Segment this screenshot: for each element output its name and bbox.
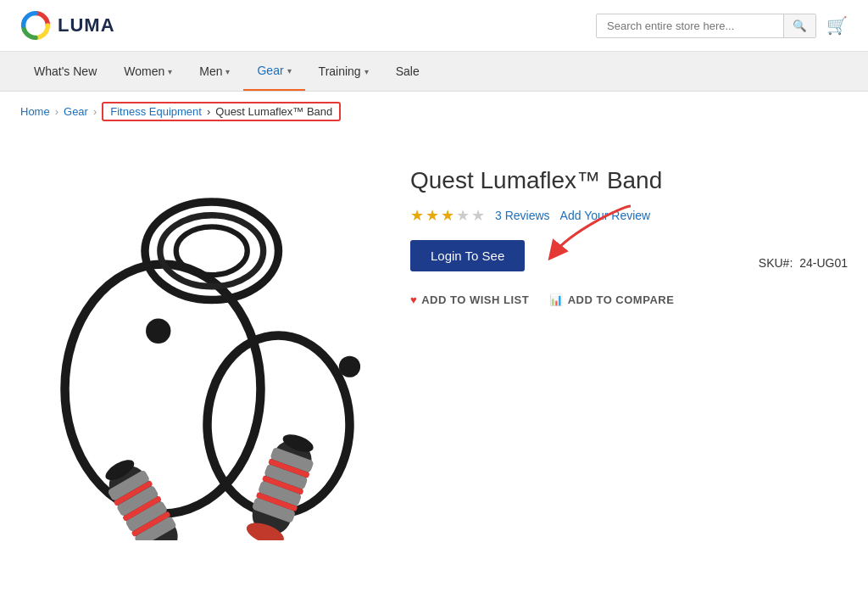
breadcrumb-home[interactable]: Home xyxy=(20,105,50,118)
product-image xyxy=(20,148,376,540)
svg-point-5 xyxy=(176,226,248,275)
chevron-down-icon: ▾ xyxy=(225,67,230,76)
svg-point-26 xyxy=(146,319,170,344)
chevron-down-icon: ▾ xyxy=(364,67,369,76)
luma-logo-icon xyxy=(20,10,51,41)
logo-text: LUMA xyxy=(58,14,115,36)
header: LUMA 🔍 🛒 xyxy=(0,0,868,52)
nav-item-sale[interactable]: Sale xyxy=(382,53,433,90)
star-rating: ★ ★ ★ ★ ★ xyxy=(410,206,485,225)
compare-label: ADD TO COMPARE xyxy=(568,293,675,306)
chevron-down-icon: ▾ xyxy=(287,66,292,75)
star-5: ★ xyxy=(471,206,485,225)
star-2: ★ xyxy=(426,206,439,225)
product-details: Quest Lumaflex™ Band ★ ★ ★ ★ ★ 3 Reviews… xyxy=(410,148,848,540)
reviews-link[interactable]: 3 Reviews xyxy=(495,209,550,222)
nav-item-whats-new[interactable]: What's New xyxy=(20,53,110,90)
chevron-down-icon: ▾ xyxy=(168,67,172,76)
chart-icon: 📊 xyxy=(549,293,564,306)
main-content: Quest Lumaflex™ Band ★ ★ ★ ★ ★ 3 Reviews… xyxy=(0,131,868,557)
cart-button[interactable]: 🛒 xyxy=(826,15,848,36)
search-button[interactable]: 🔍 xyxy=(783,14,815,37)
star-1: ★ xyxy=(410,206,424,225)
svg-point-27 xyxy=(339,356,360,377)
breadcrumb-current: Quest Lumaflex™ Band xyxy=(215,105,332,118)
nav-item-training[interactable]: Training ▾ xyxy=(305,53,382,90)
star-4: ★ xyxy=(456,206,470,225)
login-to-see-button[interactable]: Login To See xyxy=(410,240,525,271)
action-row: ♥ ADD TO WISH LIST 📊 ADD TO COMPARE xyxy=(410,293,848,306)
header-right: 🔍 🛒 xyxy=(596,14,848,38)
breadcrumb-gear[interactable]: Gear xyxy=(64,105,88,118)
logo-area: LUMA xyxy=(20,10,115,41)
search-icon: 🔍 xyxy=(793,20,807,32)
price-login-area: Login To See SKU#: 24-UG01 xyxy=(410,240,848,285)
breadcrumb: Home › Gear › Fitness Equipment › Quest … xyxy=(0,92,868,131)
sku-value: 24-UG01 xyxy=(799,256,848,270)
cart-icon: 🛒 xyxy=(826,16,848,35)
main-nav: What's New Women ▾ Men ▾ Gear ▾ Training… xyxy=(0,52,868,92)
nav-item-gear[interactable]: Gear ▾ xyxy=(243,52,304,91)
nav-item-women[interactable]: Women ▾ xyxy=(110,53,186,90)
sku-label: SKU#: xyxy=(759,256,793,270)
breadcrumb-separator: › xyxy=(93,105,97,118)
search-input[interactable] xyxy=(597,14,783,37)
add-review-link[interactable]: Add Your Review xyxy=(560,209,651,222)
product-image-area xyxy=(20,148,376,540)
breadcrumb-fitness-equipment[interactable]: Fitness Equipment xyxy=(110,105,202,118)
nav-item-men[interactable]: Men ▾ xyxy=(186,53,243,90)
breadcrumb-separator: › xyxy=(207,105,210,118)
add-to-compare-button[interactable]: 📊 ADD TO COMPARE xyxy=(549,293,674,306)
breadcrumb-highlight-box: Fitness Equipment › Quest Lumaflex™ Band xyxy=(102,102,341,121)
sku-area: SKU#: 24-UG01 xyxy=(759,256,848,270)
search-bar: 🔍 xyxy=(596,14,816,38)
add-to-wish-list-button[interactable]: ♥ ADD TO WISH LIST xyxy=(410,293,529,306)
star-3: ★ xyxy=(441,206,454,225)
breadcrumb-separator: › xyxy=(55,105,58,118)
wish-list-label: ADD TO WISH LIST xyxy=(421,293,529,306)
rating-row: ★ ★ ★ ★ ★ 3 Reviews Add Your Review xyxy=(410,206,848,225)
heart-icon: ♥ xyxy=(410,293,417,306)
product-title: Quest Lumaflex™ Band xyxy=(410,165,848,196)
